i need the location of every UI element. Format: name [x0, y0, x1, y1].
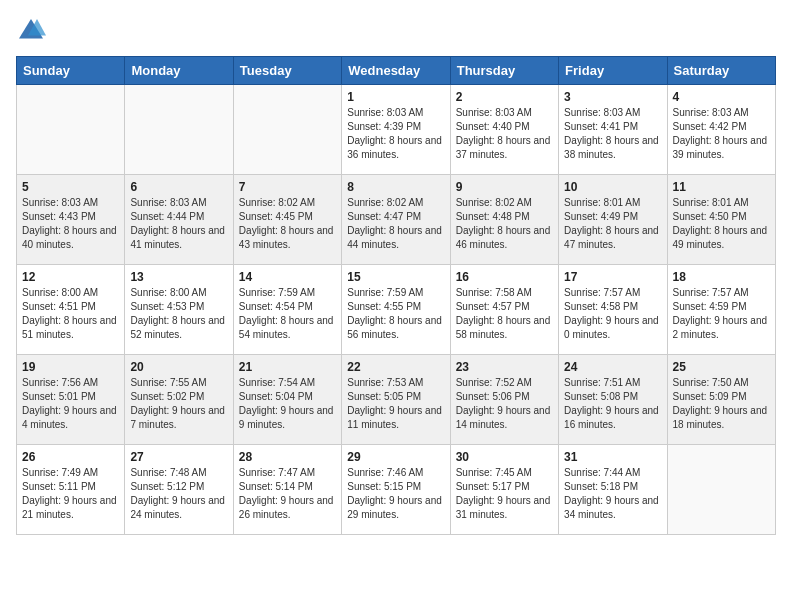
calendar-weekday-header: Sunday [17, 57, 125, 85]
logo [16, 16, 50, 46]
day-info: Sunrise: 8:03 AM Sunset: 4:41 PM Dayligh… [564, 106, 661, 162]
day-info: Sunrise: 7:57 AM Sunset: 4:58 PM Dayligh… [564, 286, 661, 342]
calendar-day-cell: 6Sunrise: 8:03 AM Sunset: 4:44 PM Daylig… [125, 175, 233, 265]
day-info: Sunrise: 7:52 AM Sunset: 5:06 PM Dayligh… [456, 376, 553, 432]
calendar-day-cell: 29Sunrise: 7:46 AM Sunset: 5:15 PM Dayli… [342, 445, 450, 535]
day-info: Sunrise: 7:59 AM Sunset: 4:55 PM Dayligh… [347, 286, 444, 342]
day-number: 24 [564, 360, 661, 374]
calendar-day-cell: 4Sunrise: 8:03 AM Sunset: 4:42 PM Daylig… [667, 85, 775, 175]
calendar-day-cell: 7Sunrise: 8:02 AM Sunset: 4:45 PM Daylig… [233, 175, 341, 265]
day-info: Sunrise: 8:01 AM Sunset: 4:49 PM Dayligh… [564, 196, 661, 252]
day-number: 23 [456, 360, 553, 374]
day-number: 9 [456, 180, 553, 194]
calendar-day-cell: 2Sunrise: 8:03 AM Sunset: 4:40 PM Daylig… [450, 85, 558, 175]
day-number: 26 [22, 450, 119, 464]
calendar-weekday-header: Wednesday [342, 57, 450, 85]
calendar-day-cell: 24Sunrise: 7:51 AM Sunset: 5:08 PM Dayli… [559, 355, 667, 445]
day-info: Sunrise: 8:03 AM Sunset: 4:42 PM Dayligh… [673, 106, 770, 162]
day-number: 6 [130, 180, 227, 194]
calendar-day-cell: 25Sunrise: 7:50 AM Sunset: 5:09 PM Dayli… [667, 355, 775, 445]
day-info: Sunrise: 7:44 AM Sunset: 5:18 PM Dayligh… [564, 466, 661, 522]
day-number: 13 [130, 270, 227, 284]
calendar-day-cell: 20Sunrise: 7:55 AM Sunset: 5:02 PM Dayli… [125, 355, 233, 445]
day-number: 22 [347, 360, 444, 374]
calendar-day-cell: 18Sunrise: 7:57 AM Sunset: 4:59 PM Dayli… [667, 265, 775, 355]
day-number: 14 [239, 270, 336, 284]
calendar-day-cell: 21Sunrise: 7:54 AM Sunset: 5:04 PM Dayli… [233, 355, 341, 445]
day-number: 4 [673, 90, 770, 104]
calendar-day-cell: 14Sunrise: 7:59 AM Sunset: 4:54 PM Dayli… [233, 265, 341, 355]
day-info: Sunrise: 8:02 AM Sunset: 4:48 PM Dayligh… [456, 196, 553, 252]
day-number: 12 [22, 270, 119, 284]
day-info: Sunrise: 7:47 AM Sunset: 5:14 PM Dayligh… [239, 466, 336, 522]
day-number: 8 [347, 180, 444, 194]
day-number: 5 [22, 180, 119, 194]
calendar-day-cell: 11Sunrise: 8:01 AM Sunset: 4:50 PM Dayli… [667, 175, 775, 265]
calendar-day-cell: 10Sunrise: 8:01 AM Sunset: 4:49 PM Dayli… [559, 175, 667, 265]
calendar-day-cell: 16Sunrise: 7:58 AM Sunset: 4:57 PM Dayli… [450, 265, 558, 355]
calendar-week-row: 12Sunrise: 8:00 AM Sunset: 4:51 PM Dayli… [17, 265, 776, 355]
calendar-day-cell: 13Sunrise: 8:00 AM Sunset: 4:53 PM Dayli… [125, 265, 233, 355]
calendar-day-cell [233, 85, 341, 175]
page-header [16, 16, 776, 46]
logo-icon [16, 16, 46, 46]
day-number: 20 [130, 360, 227, 374]
day-number: 18 [673, 270, 770, 284]
calendar-day-cell: 22Sunrise: 7:53 AM Sunset: 5:05 PM Dayli… [342, 355, 450, 445]
calendar-day-cell [17, 85, 125, 175]
day-info: Sunrise: 8:02 AM Sunset: 4:47 PM Dayligh… [347, 196, 444, 252]
day-number: 27 [130, 450, 227, 464]
calendar-weekday-header: Monday [125, 57, 233, 85]
day-info: Sunrise: 7:58 AM Sunset: 4:57 PM Dayligh… [456, 286, 553, 342]
day-number: 29 [347, 450, 444, 464]
calendar-week-row: 26Sunrise: 7:49 AM Sunset: 5:11 PM Dayli… [17, 445, 776, 535]
day-info: Sunrise: 7:48 AM Sunset: 5:12 PM Dayligh… [130, 466, 227, 522]
calendar-week-row: 19Sunrise: 7:56 AM Sunset: 5:01 PM Dayli… [17, 355, 776, 445]
calendar-table: SundayMondayTuesdayWednesdayThursdayFrid… [16, 56, 776, 535]
calendar-day-cell: 12Sunrise: 8:00 AM Sunset: 4:51 PM Dayli… [17, 265, 125, 355]
calendar-day-cell: 17Sunrise: 7:57 AM Sunset: 4:58 PM Dayli… [559, 265, 667, 355]
day-info: Sunrise: 7:59 AM Sunset: 4:54 PM Dayligh… [239, 286, 336, 342]
day-number: 25 [673, 360, 770, 374]
calendar-day-cell: 31Sunrise: 7:44 AM Sunset: 5:18 PM Dayli… [559, 445, 667, 535]
calendar-day-cell: 3Sunrise: 8:03 AM Sunset: 4:41 PM Daylig… [559, 85, 667, 175]
calendar-day-cell: 30Sunrise: 7:45 AM Sunset: 5:17 PM Dayli… [450, 445, 558, 535]
day-number: 16 [456, 270, 553, 284]
day-info: Sunrise: 7:54 AM Sunset: 5:04 PM Dayligh… [239, 376, 336, 432]
day-info: Sunrise: 7:51 AM Sunset: 5:08 PM Dayligh… [564, 376, 661, 432]
calendar-weekday-header: Saturday [667, 57, 775, 85]
calendar-weekday-header: Thursday [450, 57, 558, 85]
day-info: Sunrise: 7:49 AM Sunset: 5:11 PM Dayligh… [22, 466, 119, 522]
calendar-day-cell: 8Sunrise: 8:02 AM Sunset: 4:47 PM Daylig… [342, 175, 450, 265]
day-number: 11 [673, 180, 770, 194]
day-number: 3 [564, 90, 661, 104]
calendar-day-cell: 23Sunrise: 7:52 AM Sunset: 5:06 PM Dayli… [450, 355, 558, 445]
day-number: 17 [564, 270, 661, 284]
day-info: Sunrise: 7:53 AM Sunset: 5:05 PM Dayligh… [347, 376, 444, 432]
day-info: Sunrise: 7:50 AM Sunset: 5:09 PM Dayligh… [673, 376, 770, 432]
calendar-day-cell: 26Sunrise: 7:49 AM Sunset: 5:11 PM Dayli… [17, 445, 125, 535]
day-info: Sunrise: 8:03 AM Sunset: 4:43 PM Dayligh… [22, 196, 119, 252]
calendar-day-cell: 15Sunrise: 7:59 AM Sunset: 4:55 PM Dayli… [342, 265, 450, 355]
calendar-day-cell: 28Sunrise: 7:47 AM Sunset: 5:14 PM Dayli… [233, 445, 341, 535]
day-number: 10 [564, 180, 661, 194]
day-info: Sunrise: 8:03 AM Sunset: 4:44 PM Dayligh… [130, 196, 227, 252]
calendar-day-cell: 27Sunrise: 7:48 AM Sunset: 5:12 PM Dayli… [125, 445, 233, 535]
day-number: 15 [347, 270, 444, 284]
day-number: 7 [239, 180, 336, 194]
day-number: 21 [239, 360, 336, 374]
day-info: Sunrise: 8:03 AM Sunset: 4:39 PM Dayligh… [347, 106, 444, 162]
calendar-week-row: 5Sunrise: 8:03 AM Sunset: 4:43 PM Daylig… [17, 175, 776, 265]
day-info: Sunrise: 7:46 AM Sunset: 5:15 PM Dayligh… [347, 466, 444, 522]
calendar-weekday-header: Friday [559, 57, 667, 85]
calendar-day-cell [667, 445, 775, 535]
day-info: Sunrise: 8:02 AM Sunset: 4:45 PM Dayligh… [239, 196, 336, 252]
day-number: 28 [239, 450, 336, 464]
day-number: 2 [456, 90, 553, 104]
day-info: Sunrise: 7:56 AM Sunset: 5:01 PM Dayligh… [22, 376, 119, 432]
calendar-day-cell: 9Sunrise: 8:02 AM Sunset: 4:48 PM Daylig… [450, 175, 558, 265]
calendar-day-cell [125, 85, 233, 175]
calendar-header-row: SundayMondayTuesdayWednesdayThursdayFrid… [17, 57, 776, 85]
calendar-week-row: 1Sunrise: 8:03 AM Sunset: 4:39 PM Daylig… [17, 85, 776, 175]
day-info: Sunrise: 7:45 AM Sunset: 5:17 PM Dayligh… [456, 466, 553, 522]
